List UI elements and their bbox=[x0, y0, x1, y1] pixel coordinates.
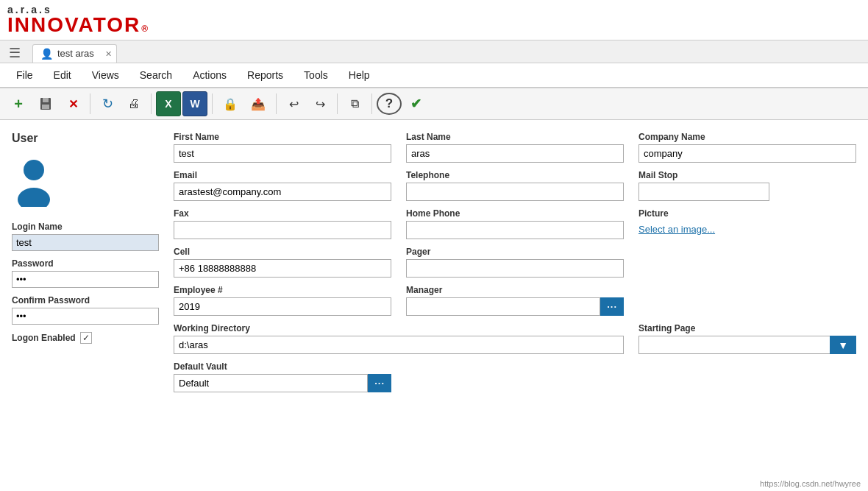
manager-input[interactable] bbox=[406, 297, 600, 316]
main-content: User Login Name Password Confirm Passwor… bbox=[0, 120, 868, 404]
undo-button[interactable]: ↩ bbox=[281, 91, 306, 116]
toolbar-separator-2 bbox=[151, 93, 152, 114]
empty-cell-1 bbox=[638, 247, 856, 278]
logon-enabled-row: Logon Enabled ✓ bbox=[12, 332, 159, 344]
toolbar-separator-6 bbox=[371, 93, 372, 114]
home-phone-field: Home Phone bbox=[406, 208, 624, 239]
logo-bar: a.r.a.s INNOVATOR ® bbox=[0, 0, 868, 40]
cell-input[interactable] bbox=[174, 259, 391, 278]
menu-tools[interactable]: Tools bbox=[294, 63, 338, 87]
tab-close-button[interactable]: ✕ bbox=[105, 49, 112, 58]
last-name-label: Last Name bbox=[406, 132, 624, 142]
manager-picker-button[interactable]: ··· bbox=[600, 297, 624, 316]
working-dir-label: Working Directory bbox=[174, 323, 624, 333]
employee-input[interactable] bbox=[174, 297, 391, 316]
mail-stop-input[interactable] bbox=[638, 183, 769, 201]
select-image-link[interactable]: Select an image... bbox=[638, 224, 856, 235]
home-phone-input[interactable] bbox=[406, 221, 624, 239]
password-label: Password bbox=[12, 258, 159, 269]
login-name-input[interactable] bbox=[12, 234, 159, 251]
menu-bar: File Edit Views Search Actions Reports T… bbox=[0, 63, 868, 88]
redo-button[interactable]: ↪ bbox=[307, 91, 332, 116]
mail-stop-label: Mail Stop bbox=[638, 170, 856, 180]
default-vault-field-with-btn: ··· bbox=[174, 374, 391, 392]
toolbar-separator-4 bbox=[276, 93, 277, 114]
word-button[interactable]: W bbox=[182, 91, 207, 116]
picture-label: Picture bbox=[638, 208, 856, 219]
company-name-label: Company Name bbox=[638, 132, 856, 142]
confirm-password-label: Confirm Password bbox=[12, 295, 159, 305]
manager-field-with-btn: ··· bbox=[406, 297, 624, 316]
confirm-password-input[interactable] bbox=[12, 308, 159, 325]
fax-label: Fax bbox=[174, 208, 391, 219]
menu-search[interactable]: Search bbox=[129, 63, 182, 87]
tab-bar: ☰ 👤 test aras ✕ bbox=[0, 40, 868, 63]
email-input[interactable] bbox=[174, 183, 391, 201]
starting-page-select-group: ▼ bbox=[638, 336, 856, 354]
help-button[interactable]: ? bbox=[377, 93, 402, 115]
menu-actions[interactable]: Actions bbox=[182, 63, 237, 87]
default-vault-input[interactable] bbox=[174, 374, 368, 392]
print-button[interactable]: 🖨 bbox=[121, 91, 146, 116]
svg-rect-1 bbox=[43, 98, 49, 102]
pager-input[interactable] bbox=[406, 259, 624, 278]
telephone-input[interactable] bbox=[406, 183, 624, 201]
last-name-input[interactable] bbox=[406, 144, 624, 163]
email-field: Email bbox=[174, 170, 391, 201]
fax-input[interactable] bbox=[174, 221, 391, 239]
password-input[interactable] bbox=[12, 271, 159, 288]
starting-page-select[interactable] bbox=[638, 336, 830, 354]
company-name-field: Company Name bbox=[638, 132, 856, 163]
form-area: First Name Last Name Company Name Email … bbox=[174, 132, 856, 392]
save-button[interactable] bbox=[32, 91, 59, 116]
mail-stop-field: Mail Stop bbox=[638, 170, 856, 201]
tab-label: test aras bbox=[57, 48, 94, 59]
confirm-password-group: Confirm Password bbox=[12, 295, 159, 325]
working-dir-input[interactable] bbox=[174, 336, 624, 354]
tab-user-icon: 👤 bbox=[40, 48, 53, 60]
picture-field: Picture Select an image... bbox=[638, 208, 856, 239]
logo-innovator-text: INNOVATOR bbox=[7, 15, 140, 35]
form-grid: First Name Last Name Company Name Email … bbox=[174, 132, 856, 392]
telephone-label: Telephone bbox=[406, 170, 624, 180]
default-vault-label: Default Vault bbox=[174, 361, 391, 372]
home-phone-label: Home Phone bbox=[406, 208, 624, 219]
logo: a.r.a.s INNOVATOR ® bbox=[7, 4, 148, 35]
menu-edit[interactable]: Edit bbox=[43, 63, 82, 87]
menu-help[interactable]: Help bbox=[338, 63, 380, 87]
last-name-field: Last Name bbox=[406, 132, 624, 163]
accept-button[interactable]: ✔ bbox=[403, 91, 428, 116]
lock-button[interactable]: 🔒 bbox=[217, 91, 243, 116]
menu-reports[interactable]: Reports bbox=[237, 63, 294, 87]
login-name-label: Login Name bbox=[12, 222, 159, 232]
starting-page-field: Starting Page ▼ bbox=[638, 323, 856, 354]
tab-test-aras[interactable]: 👤 test aras ✕ bbox=[32, 44, 117, 63]
excel-button[interactable]: X bbox=[156, 91, 181, 116]
working-dir-field: Working Directory bbox=[174, 323, 624, 354]
toolbar-separator-1 bbox=[90, 93, 90, 114]
pager-label: Pager bbox=[406, 247, 624, 257]
cell-field: Cell bbox=[174, 247, 391, 278]
default-vault-picker-button[interactable]: ··· bbox=[368, 374, 391, 392]
logon-enabled-checkbox[interactable]: ✓ bbox=[80, 332, 92, 344]
company-name-input[interactable] bbox=[638, 144, 856, 163]
login-name-group: Login Name bbox=[12, 222, 159, 251]
copy-button[interactable]: ⧉ bbox=[342, 91, 367, 116]
manager-field: Manager ··· bbox=[406, 285, 624, 316]
checkout-button[interactable]: 📤 bbox=[245, 91, 271, 116]
pager-field: Pager bbox=[406, 247, 624, 278]
telephone-field: Telephone bbox=[406, 170, 624, 201]
svg-rect-2 bbox=[42, 105, 49, 109]
manager-label: Manager bbox=[406, 285, 624, 295]
menu-views[interactable]: Views bbox=[82, 63, 129, 87]
first-name-input[interactable] bbox=[174, 144, 391, 163]
employee-field: Employee # bbox=[174, 285, 391, 316]
add-button[interactable]: + bbox=[6, 91, 31, 116]
email-label: Email bbox=[174, 170, 391, 180]
hamburger-button[interactable]: ☰ bbox=[4, 43, 25, 63]
menu-file[interactable]: File bbox=[6, 63, 43, 87]
refresh-button[interactable]: ↻ bbox=[95, 91, 120, 116]
logo-registered: ® bbox=[141, 24, 148, 33]
delete-button[interactable]: ✕ bbox=[60, 91, 85, 116]
starting-page-dropdown-button[interactable]: ▼ bbox=[830, 336, 856, 354]
